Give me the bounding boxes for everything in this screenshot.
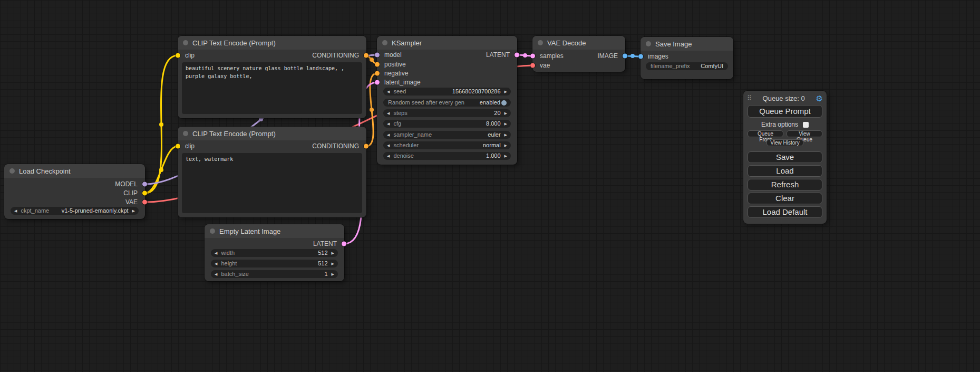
node-clip-text-encode-negative[interactable]: CLIP Text Encode (Prompt) clip CONDITION… bbox=[178, 127, 366, 217]
refresh-button[interactable]: Refresh bbox=[748, 179, 822, 190]
prompt-textarea[interactable]: beautiful scenery nature glass bottle la… bbox=[182, 62, 362, 114]
random-seed-toggle-widget[interactable]: Random seed after every gen enabled bbox=[383, 99, 511, 107]
scheduler-widget[interactable]: ◀ scheduler normal ▶ bbox=[383, 141, 511, 149]
output-dot-clip[interactable] bbox=[142, 191, 147, 196]
increment-icon[interactable]: ▶ bbox=[504, 88, 507, 96]
node-title: CLIP Text Encode (Prompt) bbox=[192, 130, 276, 138]
next-option-icon[interactable]: ▶ bbox=[504, 131, 507, 139]
settings-gear-icon[interactable]: ⚙ bbox=[816, 94, 823, 102]
decrement-icon[interactable]: ◀ bbox=[387, 88, 390, 96]
output-dot-vae[interactable] bbox=[142, 200, 147, 205]
decrement-icon[interactable]: ◀ bbox=[387, 109, 390, 117]
wire-midpoint-dot bbox=[523, 53, 527, 58]
decrement-icon[interactable]: ◀ bbox=[215, 260, 217, 268]
widget-label: ckpt_name bbox=[21, 207, 49, 215]
height-widget[interactable]: ◀ height 512 ▶ bbox=[211, 260, 338, 268]
node-title-bar[interactable]: Empty Latent Image bbox=[205, 224, 344, 238]
decrement-icon[interactable]: ◀ bbox=[387, 152, 390, 160]
next-option-icon[interactable]: ▶ bbox=[132, 207, 135, 215]
input-slot-samples: samples bbox=[532, 52, 564, 60]
prev-option-icon[interactable]: ◀ bbox=[14, 207, 17, 215]
output-slot-label: VAE bbox=[125, 198, 138, 206]
output-dot-conditioning[interactable] bbox=[364, 144, 368, 149]
input-dot-negative[interactable] bbox=[375, 71, 380, 76]
batch-size-widget[interactable]: ◀ batch_size 1 ▶ bbox=[211, 270, 338, 278]
denoise-widget[interactable]: ◀ denoise 1.000 ▶ bbox=[383, 152, 511, 160]
output-dot-model[interactable] bbox=[142, 182, 147, 187]
output-dot-latent[interactable] bbox=[342, 242, 346, 246]
node-title-bar[interactable]: CLIP Text Encode (Prompt) bbox=[178, 127, 366, 140]
drag-handle-icon[interactable]: ⠿ bbox=[747, 94, 752, 102]
node-title-bar[interactable]: VAE Decode bbox=[532, 36, 625, 50]
input-dot-latent-image[interactable] bbox=[375, 80, 380, 85]
output-dot-latent[interactable] bbox=[515, 53, 519, 58]
prev-option-icon[interactable]: ◀ bbox=[387, 141, 390, 149]
widget-label: Random seed after every gen bbox=[388, 99, 464, 107]
increment-icon[interactable]: ▶ bbox=[504, 109, 507, 117]
output-dot-image[interactable] bbox=[623, 54, 627, 59]
widget-label: denoise bbox=[393, 152, 414, 160]
output-dot-conditioning[interactable] bbox=[364, 53, 368, 58]
increment-icon[interactable]: ▶ bbox=[504, 152, 507, 160]
extra-options-checkbox[interactable] bbox=[803, 122, 809, 128]
input-dot-model[interactable] bbox=[375, 53, 380, 58]
node-title-bar[interactable]: CLIP Text Encode (Prompt) bbox=[178, 36, 366, 50]
input-dot-positive[interactable] bbox=[375, 62, 380, 67]
queue-front-button[interactable]: Queue Front bbox=[748, 130, 783, 137]
next-option-icon[interactable]: ▶ bbox=[504, 141, 507, 149]
decrement-icon[interactable]: ◀ bbox=[215, 249, 217, 257]
increment-icon[interactable]: ▶ bbox=[332, 270, 334, 278]
clear-button[interactable]: Clear bbox=[748, 193, 822, 204]
prev-option-icon[interactable]: ◀ bbox=[387, 131, 390, 139]
increment-icon[interactable]: ▶ bbox=[332, 249, 334, 257]
input-dot-clip[interactable] bbox=[176, 53, 180, 58]
prompt-textarea[interactable]: text, watermark bbox=[182, 153, 362, 213]
input-dot-samples[interactable] bbox=[530, 54, 535, 59]
increment-icon[interactable]: ▶ bbox=[332, 260, 334, 268]
node-clip-text-encode-positive[interactable]: CLIP Text Encode (Prompt) clip CONDITION… bbox=[178, 36, 366, 118]
node-vae-decode[interactable]: VAE Decode samples vae IMAGE bbox=[532, 36, 625, 72]
filename-prefix-widget[interactable]: filename_prefix ComfyUI bbox=[646, 62, 728, 70]
input-dot-images[interactable] bbox=[638, 54, 643, 59]
load-default-button[interactable]: Load Default bbox=[748, 206, 822, 218]
node-title-bar[interactable]: Save Image bbox=[641, 37, 733, 51]
node-load-checkpoint[interactable]: Load Checkpoint MODEL CLIP VAE ◀ ckpt_na… bbox=[4, 164, 145, 219]
load-button[interactable]: Load bbox=[748, 165, 822, 177]
output-slot-model: MODEL bbox=[115, 180, 145, 188]
queue-prompt-button[interactable]: Queue Prompt bbox=[748, 105, 822, 118]
widget-value: euler bbox=[488, 131, 500, 139]
view-history-button[interactable]: View History bbox=[766, 139, 803, 146]
width-widget[interactable]: ◀ width 512 ▶ bbox=[211, 249, 338, 257]
sampler-name-widget[interactable]: ◀ sampler_name euler ▶ bbox=[383, 131, 511, 139]
cfg-widget[interactable]: ◀ cfg 8.000 ▶ bbox=[383, 120, 511, 128]
input-dot-vae[interactable] bbox=[530, 63, 535, 68]
node-save-image[interactable]: Save Image images filename_prefix ComfyU… bbox=[641, 37, 733, 79]
widget-value: 8.000 bbox=[486, 120, 501, 128]
save-button[interactable]: Save bbox=[748, 151, 822, 163]
node-title-bar[interactable]: Load Checkpoint bbox=[4, 164, 145, 178]
node-ksampler[interactable]: KSampler model positive negative latent_… bbox=[377, 36, 517, 165]
node-empty-latent-image[interactable]: Empty Latent Image LATENT ◀ width 512 ▶ … bbox=[205, 224, 344, 281]
decrement-icon[interactable]: ◀ bbox=[387, 120, 390, 128]
node-status-dot bbox=[646, 41, 651, 46]
output-slot-conditioning: CONDITIONING bbox=[312, 142, 366, 150]
view-queue-button[interactable]: View Queue bbox=[787, 130, 822, 137]
toggle-dot[interactable] bbox=[501, 100, 507, 106]
input-slot-label: clip bbox=[185, 52, 195, 59]
output-slot-label: CLIP bbox=[123, 189, 138, 197]
decrement-icon[interactable]: ◀ bbox=[215, 270, 217, 278]
input-slot-negative: negative bbox=[377, 70, 408, 77]
input-slot-latent-image: latent_image bbox=[377, 79, 421, 86]
steps-widget[interactable]: ◀ steps 20 ▶ bbox=[383, 109, 511, 117]
seed-widget[interactable]: ◀ seed 156680208700286 ▶ bbox=[383, 88, 511, 96]
node-title-bar[interactable]: KSampler bbox=[377, 36, 517, 50]
node-status-dot bbox=[382, 40, 387, 45]
input-slot-clip: clip bbox=[178, 142, 195, 150]
input-dot-clip[interactable] bbox=[176, 144, 180, 149]
queue-size-label: Queue size: 0 bbox=[763, 94, 805, 102]
output-slot-label: LATENT bbox=[486, 51, 510, 59]
increment-icon[interactable]: ▶ bbox=[504, 120, 507, 128]
ckpt-name-widget[interactable]: ◀ ckpt_name v1-5-pruned-emaonly.ckpt ▶ bbox=[11, 207, 139, 215]
graph-canvas[interactable]: Load Checkpoint MODEL CLIP VAE ◀ ckpt_na… bbox=[0, 0, 980, 372]
input-slot-label: samples bbox=[540, 52, 564, 60]
